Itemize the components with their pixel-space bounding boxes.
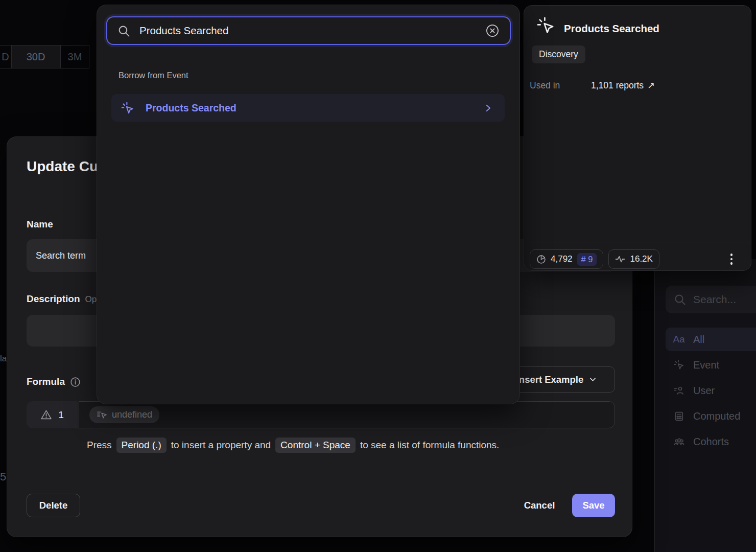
sidebar-item-all[interactable]: Aa All	[666, 328, 756, 351]
formula-editor: 1 undefined	[27, 401, 615, 428]
formula-label-row: Formula	[27, 376, 81, 387]
event-search-input[interactable]: Products Searched	[106, 16, 511, 45]
sidebar-item-event[interactable]: Event	[666, 353, 756, 377]
sidebar-item-list: Aa All Event User Computed Cohorts	[666, 328, 756, 455]
background-text-fragment: 5	[0, 470, 8, 484]
chevron-right-icon	[484, 104, 492, 112]
time-range-segmented-control: D 30D 3M	[0, 45, 89, 68]
event-cursor-icon	[673, 359, 685, 371]
people-icon	[673, 436, 685, 448]
used-in-label: Used in	[530, 80, 591, 91]
time-range-7d[interactable]: D	[0, 45, 11, 68]
panel-divider	[524, 242, 751, 242]
sidebar-item-cohorts[interactable]: Cohorts	[666, 430, 756, 453]
event-title: Products Searched	[564, 22, 659, 35]
kbd-control-space: Control + Space	[275, 438, 356, 453]
sidebar-search-input[interactable]: Search...	[666, 286, 756, 313]
section-header: Borrow from Event	[119, 71, 188, 80]
formula-error-count: 1	[58, 409, 64, 421]
text-aa-icon: Aa	[673, 334, 685, 345]
formula-token-chip[interactable]: undefined	[89, 406, 159, 423]
pie-chart-icon	[536, 255, 546, 264]
event-search-dropdown: Products Searched Borrow from Event Prod…	[97, 5, 519, 404]
result-event-name: Products Searched	[146, 102, 472, 114]
info-icon[interactable]	[70, 377, 81, 387]
external-link-icon: ↗	[647, 80, 655, 91]
search-result-row[interactable]: Products Searched	[111, 94, 505, 122]
clear-search-icon[interactable]	[485, 24, 500, 38]
formula-label: Formula	[27, 376, 65, 387]
event-count-chip[interactable]: 4,792 # 9	[530, 249, 603, 269]
rank-badge: # 9	[577, 253, 597, 266]
chevron-down-icon	[589, 376, 597, 383]
category-badge: Discovery	[532, 45, 585, 63]
name-label: Name	[27, 219, 53, 230]
sidebar-item-user[interactable]: User	[666, 379, 756, 402]
event-cursor-icon	[536, 16, 555, 35]
sidebar-item-computed[interactable]: Computed	[666, 404, 756, 428]
event-cursor-icon	[121, 101, 134, 115]
warning-icon	[40, 409, 52, 421]
background-text-fragment: lay	[0, 354, 8, 364]
used-in-reports-link[interactable]: 1,101 reports ↗	[591, 80, 655, 91]
formula-error-indicator: 1	[27, 401, 78, 428]
search-query-text: Products Searched	[139, 25, 476, 37]
activity-count-chip[interactable]: 16.2K	[608, 249, 659, 269]
kbd-period: Period (.)	[116, 438, 167, 453]
sidebar-search-placeholder: Search...	[693, 293, 736, 306]
formula-input[interactable]: undefined	[79, 401, 615, 428]
property-type-sidebar: Search... Aa All Event User Computed	[654, 259, 756, 552]
modal-title: Update Cu	[27, 158, 98, 175]
time-range-3m[interactable]: 3M	[60, 45, 89, 68]
panel-footer: 4,792 # 9 16.2K	[530, 249, 744, 269]
more-options-kebab-icon[interactable]	[730, 254, 733, 265]
cancel-button[interactable]: Cancel	[512, 494, 566, 517]
delete-button[interactable]: Delete	[27, 494, 80, 517]
save-button[interactable]: Save	[572, 494, 615, 517]
description-label: Description	[27, 293, 80, 305]
search-icon	[674, 293, 686, 306]
activity-pulse-icon	[615, 254, 625, 264]
used-in-row: Used in 1,101 reports ↗	[530, 80, 655, 91]
search-icon	[117, 25, 130, 37]
user-icon	[673, 385, 685, 396]
borrowed-event-icon	[97, 409, 107, 420]
formula-hint: Press Period (.) to insert a property an…	[87, 438, 499, 453]
time-range-30d[interactable]: 30D	[11, 45, 60, 68]
calculator-icon	[673, 411, 685, 422]
name-input-value: Search term	[36, 250, 86, 261]
event-detail-panel: Products Searched Discovery Used in 1,10…	[524, 5, 751, 271]
